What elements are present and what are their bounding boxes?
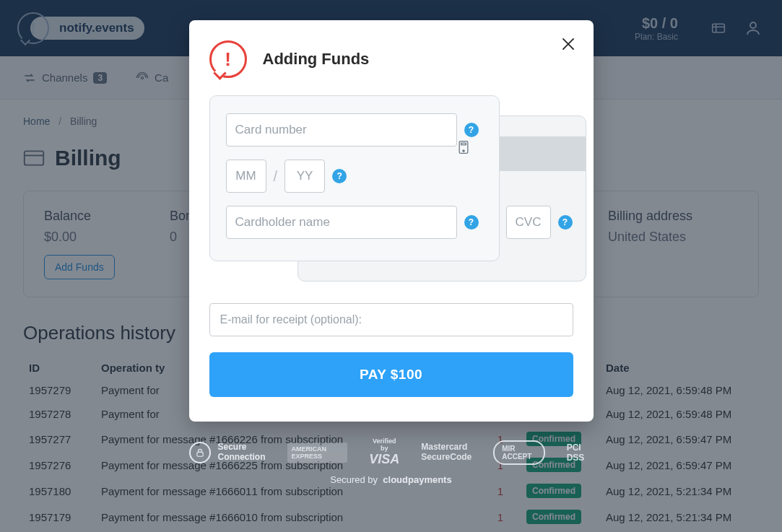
receipt-email-input[interactable] bbox=[209, 303, 573, 336]
cvc-input[interactable] bbox=[506, 206, 551, 239]
svg-rect-5 bbox=[461, 143, 466, 145]
secure-line2: Connection bbox=[218, 453, 266, 462]
cardholder-name-input[interactable] bbox=[226, 206, 457, 239]
pay-button[interactable]: PAY $100 bbox=[209, 352, 573, 397]
badge-mir: MIR ACCEPT bbox=[493, 440, 544, 465]
expiry-separator: / bbox=[274, 168, 278, 185]
secure-line1: Secure bbox=[218, 442, 266, 452]
add-funds-modal: ! Adding Funds ? ? bbox=[189, 20, 594, 422]
badge-mc-top: Mastercard bbox=[421, 442, 472, 452]
close-icon[interactable] bbox=[559, 35, 578, 56]
card-number-input[interactable] bbox=[226, 113, 457, 147]
badge-visa-top: Verified by bbox=[369, 437, 399, 452]
card-number-help-icon[interactable]: ? bbox=[464, 123, 479, 137]
card-scan-icon[interactable] bbox=[457, 140, 470, 157]
badge-amex: AMERICAN EXPRESS bbox=[287, 442, 348, 463]
expiry-help-icon[interactable]: ? bbox=[332, 169, 347, 183]
secured-by-label: Secured by bbox=[330, 474, 378, 485]
payment-processor: cloudpayments bbox=[383, 474, 451, 485]
card-front-graphic: ? / ? ? bbox=[209, 95, 500, 261]
svg-rect-7 bbox=[196, 452, 202, 456]
cardholder-help-icon[interactable]: ? bbox=[464, 215, 479, 230]
badge-mc-bottom: SecureCode bbox=[421, 453, 472, 462]
cvc-help-icon[interactable]: ? bbox=[558, 215, 573, 230]
expiry-month-input[interactable] bbox=[226, 160, 266, 193]
svg-point-6 bbox=[462, 150, 464, 152]
badge-visa: VISA bbox=[369, 452, 399, 467]
trust-badges: Secure Connection AMERICAN EXPRESS Verif… bbox=[189, 437, 594, 485]
modal-title: Adding Funds bbox=[263, 50, 370, 69]
modal-brand-icon: ! bbox=[209, 40, 247, 78]
lock-icon bbox=[189, 442, 211, 463]
expiry-year-input[interactable] bbox=[284, 160, 325, 193]
badge-pci: PCI DSS bbox=[567, 442, 594, 463]
